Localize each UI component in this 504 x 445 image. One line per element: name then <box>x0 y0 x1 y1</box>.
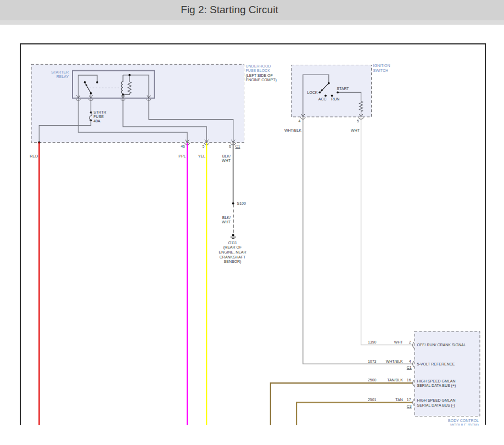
svg-text:2: 2 <box>409 340 411 344</box>
svg-text:BODY CONTROL: BODY CONTROL <box>448 419 479 423</box>
svg-text:1073: 1073 <box>368 359 377 363</box>
svg-text:WHT/BLK: WHT/BLK <box>284 128 301 132</box>
svg-text:LOCK: LOCK <box>307 91 317 94</box>
svg-text:FUSE: FUSE <box>93 115 104 119</box>
svg-text:RELAY: RELAY <box>57 75 69 78</box>
svg-text:4: 4 <box>299 119 301 123</box>
svg-text:WHT/BLK: WHT/BLK <box>386 359 403 363</box>
svg-text:2500: 2500 <box>368 378 377 382</box>
svg-text:5-VOLT REFERENCE: 5-VOLT REFERENCE <box>417 362 455 366</box>
svg-text:HIGH SPEED GMLAN: HIGH SPEED GMLAN <box>417 379 456 383</box>
svg-text:6: 6 <box>229 144 231 148</box>
svg-text:C3: C3 <box>407 404 412 408</box>
svg-text:BLK/: BLK/ <box>222 154 231 158</box>
svg-text:G111: G111 <box>228 241 237 245</box>
svg-text:STRTR: STRTR <box>93 110 106 114</box>
svg-text:FUSE BLOCK: FUSE BLOCK <box>246 69 271 72</box>
svg-text:CRANKSHAFT: CRANKSHAFT <box>220 255 246 259</box>
svg-text:WHT: WHT <box>222 159 231 162</box>
svg-text:5: 5 <box>357 119 359 123</box>
svg-text:RED: RED <box>30 154 38 158</box>
svg-text:TAN/BLK: TAN/BLK <box>387 378 403 382</box>
svg-text:TAN: TAN <box>395 398 402 402</box>
svg-text:OFF/ RUN/ CRANK SIGNAL: OFF/ RUN/ CRANK SIGNAL <box>417 343 466 347</box>
svg-text:C1: C1 <box>407 365 412 369</box>
svg-text:SWITCH: SWITCH <box>373 69 389 72</box>
svg-text:2501: 2501 <box>368 398 377 402</box>
svg-text:17: 17 <box>407 398 411 402</box>
svg-text:IGNITION: IGNITION <box>373 64 390 67</box>
svg-text:46: 46 <box>181 144 185 148</box>
svg-text:16: 16 <box>407 378 411 382</box>
svg-text:C1: C1 <box>236 144 240 148</box>
svg-text:ENGINE COMPT): ENGINE COMPT) <box>246 78 277 82</box>
svg-text:SERIAL DATA BUS (+): SERIAL DATA BUS (+) <box>417 384 456 388</box>
svg-text:START: START <box>337 87 349 91</box>
svg-text:ACC: ACC <box>318 97 327 101</box>
svg-text:PPL: PPL <box>178 154 186 158</box>
svg-text:40A: 40A <box>93 119 100 123</box>
svg-text:SENSOR): SENSOR) <box>224 260 242 264</box>
svg-text:HIGH SPEED GMLAN: HIGH SPEED GMLAN <box>417 398 456 402</box>
svg-text:5: 5 <box>203 144 205 148</box>
svg-text:(LEFT SIDE OF: (LEFT SIDE OF <box>246 74 273 78</box>
svg-text:YEL: YEL <box>198 154 205 158</box>
svg-text:1390: 1390 <box>368 340 377 344</box>
svg-text:WHT: WHT <box>394 340 404 344</box>
svg-text:(REAR OF: (REAR OF <box>223 245 242 250</box>
svg-text:STARTER: STARTER <box>51 70 69 74</box>
svg-text:WHT: WHT <box>222 220 231 224</box>
svg-text:4: 4 <box>409 359 411 363</box>
svg-text:RUN: RUN <box>331 97 339 101</box>
svg-text:WHT: WHT <box>351 128 360 132</box>
svg-text:SERIAL DATA BUS (-): SERIAL DATA BUS (-) <box>417 403 455 408</box>
svg-text:ENGINE, NEAR: ENGINE, NEAR <box>219 250 246 254</box>
svg-text:BLK/: BLK/ <box>222 216 231 219</box>
svg-text:UNDERHOOD: UNDERHOOD <box>246 64 271 68</box>
svg-text:S100: S100 <box>237 201 246 205</box>
